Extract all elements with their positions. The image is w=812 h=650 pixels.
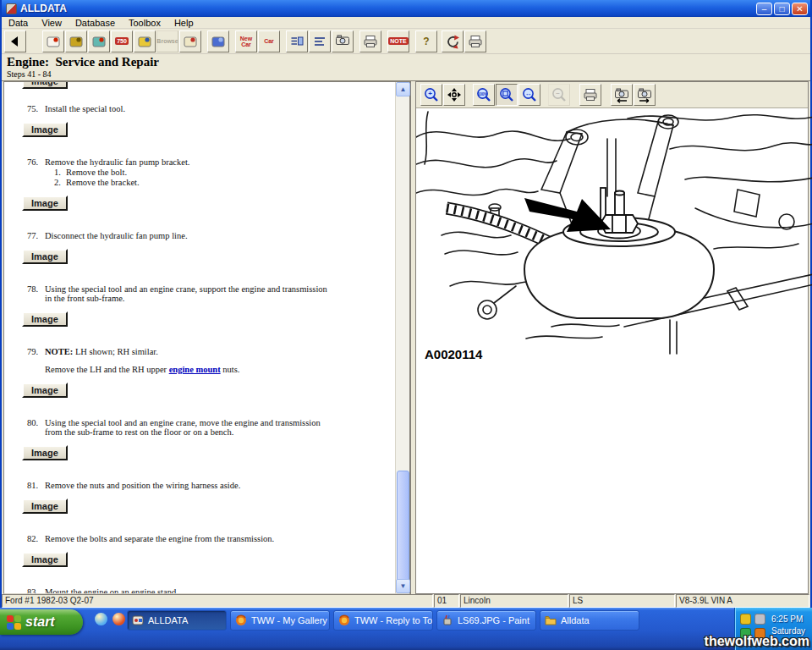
folder-icon	[545, 614, 557, 626]
tray-security-icon[interactable]	[740, 614, 751, 625]
scrollbar-thumb[interactable]	[397, 471, 409, 588]
maximize-button[interactable]: □	[774, 3, 790, 15]
svg-text:100%: 100%	[478, 92, 488, 96]
car-icon[interactable]: Car	[258, 30, 280, 52]
sub-step: 1.Remove the bolt.	[45, 168, 331, 177]
page-subtitle: Steps 41 - 84	[7, 69, 805, 79]
step-number: 81.	[27, 481, 45, 490]
step-item: 80.Using the special tool and an engine …	[4, 418, 395, 437]
firefox-icon	[338, 614, 350, 626]
new-car-icon-glyph: New Car	[240, 36, 252, 47]
zoom-fit-button[interactable]	[496, 84, 518, 106]
firefox-icon	[235, 614, 247, 626]
minimize-button[interactable]: –	[756, 3, 772, 15]
windows-flag-icon	[7, 615, 21, 630]
prev-image-button[interactable]	[611, 84, 633, 106]
new-car-icon[interactable]: New Car	[235, 30, 257, 52]
step-number: 78.	[27, 284, 45, 303]
taskbar-task-alldata[interactable]: Alldata	[540, 610, 639, 631]
next-image-button[interactable]	[634, 84, 656, 106]
close-button[interactable]: ✕	[792, 3, 808, 15]
procedure-document: Image75.Install the special tool.Image76…	[4, 82, 395, 593]
vertical-scrollbar[interactable]: ▲ ▼	[395, 82, 409, 593]
task-label: ALLDATA	[148, 615, 188, 625]
zoom-in-button[interactable]: +	[420, 84, 442, 106]
step-text: Remove the hydraulic fan pump bracket.1.…	[45, 157, 331, 187]
step-text: Remove the bolts and separate the engine…	[45, 534, 331, 543]
taskbar-task-ls69-jpg-paint[interactable]: LS69.JPG - Paint	[436, 610, 536, 631]
print-setup-icon[interactable]	[464, 30, 486, 52]
menu-view[interactable]: View	[35, 18, 69, 28]
image-button[interactable]: Image	[22, 249, 68, 264]
image-button[interactable]: Image	[22, 499, 68, 514]
step-item: 78.Using the special tool and an engine …	[4, 284, 395, 303]
step-text: Using the special tool and an engine cra…	[45, 284, 331, 303]
print-image-button[interactable]	[579, 84, 601, 106]
menu-help[interactable]: Help	[167, 18, 200, 28]
library-icon[interactable]	[179, 30, 201, 52]
car-icon-glyph: Car	[264, 38, 274, 44]
vehicle-icon[interactable]	[42, 30, 64, 52]
taskbar-task-alldata[interactable]: ALLDATA	[127, 610, 227, 631]
step-text: Install the special tool.	[45, 104, 331, 113]
task-label: TWW - Reply to Topic...	[354, 615, 433, 625]
start-button[interactable]: start	[0, 609, 83, 635]
schedule-icon[interactable]	[134, 30, 156, 52]
step-text: Using the special tool and an engine cra…	[45, 418, 331, 437]
image-button[interactable]: Image	[22, 445, 68, 460]
svg-text:−: −	[556, 90, 560, 97]
image-button[interactable]: Image	[22, 383, 68, 398]
step-number: 83.	[27, 587, 45, 593]
help-icon[interactable]: ?	[415, 30, 437, 52]
taskbar-task-tww-my-gallery-m[interactable]: TWW - My Gallery - M...	[230, 610, 330, 631]
zoom-width-button[interactable]: ↔	[518, 84, 540, 106]
menu-toolbox[interactable]: Toolbox	[122, 18, 167, 28]
task-label: LS69.JPG - Paint	[458, 615, 529, 625]
paint-icon	[442, 614, 453, 626]
camera-icon[interactable]	[332, 30, 354, 52]
image-button[interactable]: Image	[22, 122, 68, 137]
scroll-down-arrow[interactable]: ▼	[396, 579, 410, 593]
diagnostics-icon[interactable]	[88, 30, 110, 52]
menu-database[interactable]: Database	[69, 18, 122, 28]
tsb-icon-glyph: 750	[115, 37, 129, 45]
image-button[interactable]: Image	[22, 311, 68, 327]
step-text: Disconnect the hydraulic fan pump line.	[45, 231, 331, 240]
engine-mount-link[interactable]: engine mount	[169, 365, 221, 374]
image-button-clipped[interactable]: Image	[22, 82, 68, 89]
tools-icon[interactable]	[207, 30, 229, 52]
summary-list-icon[interactable]	[309, 30, 331, 52]
pan-button[interactable]	[443, 84, 465, 106]
zoom-100-button[interactable]: 100%	[473, 84, 495, 106]
step-item: 83.Mount the engine on an engine stand.	[4, 587, 395, 593]
ql-mail-icon[interactable]	[112, 613, 125, 625]
step-number: 80.	[27, 418, 45, 437]
back-button[interactable]	[4, 30, 26, 52]
procedure-pane: Image75.Install the special tool.Image76…	[3, 81, 410, 594]
step-number: 77.	[27, 231, 45, 240]
scroll-up-arrow[interactable]: ▲	[396, 82, 410, 96]
task-label: TWW - My Gallery - M...	[251, 615, 330, 625]
content-area: Image75.Install the special tool.Image76…	[3, 81, 809, 594]
title-bar[interactable]: ALLDATA – □ ✕	[2, 0, 810, 17]
menu-data[interactable]: Data	[2, 18, 35, 28]
spec-list-icon[interactable]	[286, 30, 308, 52]
toolbox-icon[interactable]	[65, 30, 87, 52]
step-item: 82.Remove the bolts and separate the eng…	[4, 534, 395, 543]
note-icon[interactable]: NOTE	[387, 30, 409, 52]
figure-area: A0020114	[416, 108, 808, 593]
image-button[interactable]: Image	[22, 552, 68, 567]
alldata-icon	[132, 614, 144, 626]
taskbar-task-tww-reply-to-topic[interactable]: TWW - Reply to Topic...	[333, 610, 433, 631]
print-icon[interactable]	[359, 30, 381, 52]
tsb-icon[interactable]: 750	[111, 30, 133, 52]
step-item: 81.Remove the nuts and position the wiri…	[4, 481, 395, 490]
task-label: Alldata	[561, 615, 590, 625]
sub-step: 2.Remove the bracket.	[45, 178, 331, 187]
taskbar: start ALLDATATWW - My Gallery - M...TWW …	[0, 608, 812, 650]
status-cell: V8-3.9L VIN A	[676, 594, 809, 608]
tray-update-icon[interactable]	[754, 614, 765, 625]
ql-internet-explorer-icon[interactable]	[95, 613, 107, 625]
refresh-icon[interactable]	[442, 30, 464, 52]
image-button[interactable]: Image	[22, 196, 68, 211]
